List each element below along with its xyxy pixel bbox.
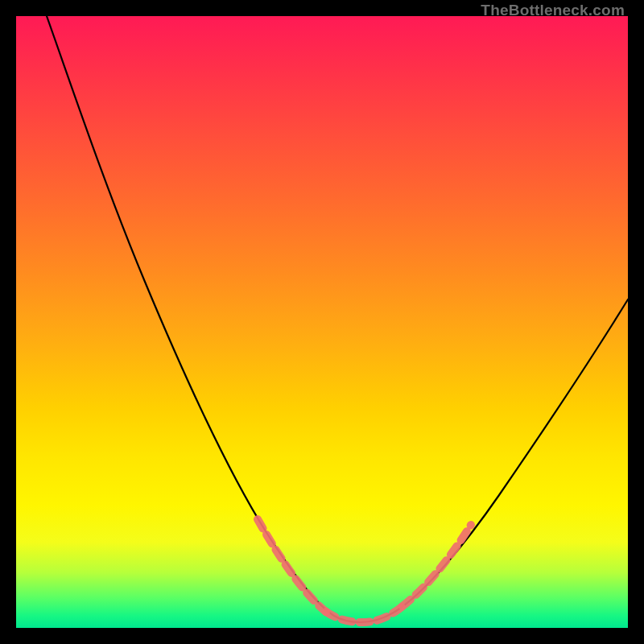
valley-highlight-right [402,525,471,606]
bottleneck-curve-line [47,16,628,622]
chart-frame [16,16,628,628]
valley-highlight-left [258,519,326,612]
chart-svg [16,16,628,628]
valley-highlight-floor [326,606,402,622]
watermark-text: TheBottleneck.com [481,2,625,19]
